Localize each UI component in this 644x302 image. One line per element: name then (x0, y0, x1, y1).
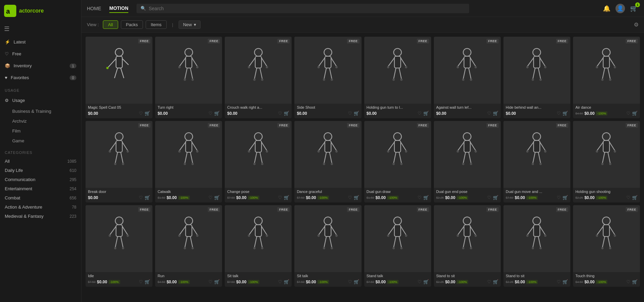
card-item[interactable]: FREE Dual gun move and ... $7.50$0.00-10… (503, 121, 570, 202)
cart-add-icon[interactable]: 🛒 (214, 279, 220, 284)
nav-home[interactable]: HOME (87, 4, 101, 13)
like-icon[interactable]: ♡ (557, 111, 561, 116)
sidebar-category-item[interactable]: Combat656 (0, 193, 81, 202)
cart-add-icon[interactable]: 🛒 (354, 279, 359, 284)
like-icon[interactable]: ♡ (139, 195, 143, 200)
card-item[interactable]: FREE Stand to sit $2.25$0.00-100% ♡ 🛒 (503, 205, 570, 287)
sidebar-item-business[interactable]: Business & Training (0, 106, 81, 116)
cart-add-icon[interactable]: 🛒 (632, 195, 638, 200)
like-icon[interactable]: ♡ (418, 111, 422, 116)
cart-add-icon[interactable]: 🛒 (493, 195, 498, 200)
like-icon[interactable]: ♡ (348, 195, 352, 200)
card-item[interactable]: FREE Hide behind wall an... $0.00 ♡ 🛒 (503, 37, 570, 118)
notification-icon[interactable]: 🔔 (602, 4, 611, 13)
card-item[interactable]: FREE Run $4.50$0.00-100% ♡ 🛒 (155, 205, 222, 287)
card-item[interactable]: FREE Sit talk $7.50$0.00-100% ♡ 🛒 (225, 205, 292, 287)
like-icon[interactable]: ♡ (348, 279, 352, 284)
card-item[interactable]: FREE Stand talk $7.50$0.00-100% ♡ 🛒 (364, 205, 431, 287)
cart-add-icon[interactable]: 🛒 (354, 111, 359, 116)
like-icon[interactable]: ♡ (278, 195, 282, 200)
cart-add-icon[interactable]: 🛒 (284, 195, 289, 200)
cart-add-icon[interactable]: 🛒 (145, 111, 150, 116)
cart-icon[interactable]: 🛒 1 (629, 4, 639, 13)
cart-add-icon[interactable]: 🛒 (354, 195, 359, 200)
like-icon[interactable]: ♡ (626, 195, 630, 200)
cart-add-icon[interactable]: 🛒 (632, 279, 638, 284)
card-item[interactable]: FREE Idle $7.50$0.00-100% ♡ 🛒 (86, 205, 152, 287)
filter-packs-button[interactable]: Packs (121, 20, 143, 29)
cart-add-icon[interactable]: 🛒 (632, 111, 638, 116)
card-item[interactable]: FREE Dual gun end pose $2.25$0.00-100% ♡… (434, 121, 501, 202)
cart-add-icon[interactable]: 🛒 (563, 195, 568, 200)
card-item[interactable]: FREE Holding gun shooting $2.25$0.00-100… (573, 121, 640, 202)
sidebar-usage-parent[interactable]: ⚙ Usage (0, 94, 81, 106)
cart-add-icon[interactable]: 🛒 (423, 279, 429, 284)
card-item[interactable]: FREE Against wall turn lef... $0.00 ♡ 🛒 (434, 37, 501, 118)
filter-all-button[interactable]: All (103, 20, 118, 29)
sidebar-category-item[interactable]: Daily Life610 (0, 166, 81, 175)
card-item[interactable]: FREE Stand to sit $2.25$0.00-100% ♡ 🛒 (434, 205, 501, 287)
cart-add-icon[interactable]: 🛒 (145, 195, 150, 200)
cart-add-icon[interactable]: 🛒 (284, 111, 289, 116)
sidebar-item-favorites[interactable]: ♥ Favorites 0 (0, 72, 81, 84)
sidebar-item-archviz[interactable]: Archviz (0, 116, 81, 126)
hamburger-icon[interactable]: ☰ (0, 22, 81, 36)
like-icon[interactable]: ♡ (208, 195, 213, 200)
like-icon[interactable]: ♡ (487, 279, 491, 284)
sidebar-item-latest[interactable]: ⚡ Latest (0, 36, 81, 48)
like-icon[interactable]: ♡ (626, 111, 630, 116)
sidebar-category-item[interactable]: Medieval & Fantasy223 (0, 212, 81, 221)
cart-add-icon[interactable]: 🛒 (493, 279, 498, 284)
card-item[interactable]: FREE Turn right $0.00 ♡ 🛒 (155, 37, 222, 118)
sidebar-category-item[interactable]: Entertainment254 (0, 184, 81, 193)
card-item[interactable]: FREE Change pose $7.50$0.00-100% ♡ 🛒 (225, 121, 292, 202)
like-icon[interactable]: ♡ (208, 111, 213, 116)
sidebar-item-free[interactable]: ♡ Free (0, 48, 81, 60)
grid-settings-icon[interactable]: ⚙ (634, 21, 639, 28)
avatar[interactable]: 👤 (615, 4, 625, 13)
search-input[interactable] (149, 6, 465, 11)
cart-add-icon[interactable]: 🛒 (423, 195, 429, 200)
card-item[interactable]: FREE Catwalk $1.50$0.00-100% ♡ 🛒 (155, 121, 222, 202)
like-icon[interactable]: ♡ (139, 279, 143, 284)
sidebar-item-film[interactable]: Film (0, 126, 81, 136)
filter-items-button[interactable]: Items (146, 20, 167, 29)
like-icon[interactable]: ♡ (557, 279, 561, 284)
cart-add-icon[interactable]: 🛒 (145, 279, 150, 284)
card-item[interactable]: FREE Air dance $4.50$0.00-100% ♡ 🛒 (573, 37, 640, 118)
like-icon[interactable]: ♡ (626, 279, 630, 284)
card-item[interactable]: FREE Dance graceful $7.50$0.00-100% ♡ 🛒 (294, 121, 361, 202)
sidebar-item-inventory[interactable]: 📦 Inventory 1 (0, 60, 81, 72)
sidebar-item-game[interactable]: Game (0, 136, 81, 146)
like-icon[interactable]: ♡ (348, 111, 352, 116)
new-dropdown[interactable]: New ▾ (179, 20, 201, 29)
sidebar-category-item[interactable]: Action & Adventure78 (0, 202, 81, 212)
logo[interactable]: a actorcore (0, 0, 81, 22)
card-item[interactable]: FREE Sit talk $7.50$0.00-100% ♡ 🛒 (294, 205, 361, 287)
cart-add-icon[interactable]: 🛒 (563, 279, 568, 284)
like-icon[interactable]: ♡ (418, 195, 422, 200)
like-icon[interactable]: ♡ (418, 279, 422, 284)
like-icon[interactable]: ♡ (487, 111, 491, 116)
card-item[interactable]: FREE Break door $0.00 ♡ 🛒 (86, 121, 152, 202)
cart-add-icon[interactable]: 🛒 (284, 279, 289, 284)
cart-add-icon[interactable]: 🛒 (214, 195, 220, 200)
card-item[interactable]: FREE Magic Spell Cast 05 $0.00 ♡ 🛒 (86, 37, 152, 118)
like-icon[interactable]: ♡ (487, 195, 491, 200)
sidebar-category-item[interactable]: All1085 (0, 157, 81, 166)
cart-add-icon[interactable]: 🛒 (563, 111, 568, 116)
cart-add-icon[interactable]: 🛒 (423, 111, 429, 116)
sidebar-category-item[interactable]: Communication295 (0, 175, 81, 184)
like-icon[interactable]: ♡ (557, 195, 561, 200)
card-item[interactable]: FREE Holding gun turn to l... $0.00 ♡ 🛒 (364, 37, 431, 118)
cart-add-icon[interactable]: 🛒 (493, 111, 498, 116)
card-item[interactable]: FREE Crouch walk right a... $0.00 ♡ 🛒 (225, 37, 292, 118)
like-icon[interactable]: ♡ (139, 111, 143, 116)
nav-motion[interactable]: MOTION (109, 4, 128, 13)
like-icon[interactable]: ♡ (208, 279, 213, 284)
like-icon[interactable]: ♡ (278, 279, 282, 284)
card-item[interactable]: FREE Dual gun draw $1.50$0.00-100% ♡ 🛒 (364, 121, 431, 202)
like-icon[interactable]: ♡ (278, 111, 282, 116)
card-item[interactable]: FREE Touch thing $4.50$0.00-100% ♡ 🛒 (573, 205, 640, 287)
cart-add-icon[interactable]: 🛒 (214, 111, 220, 116)
